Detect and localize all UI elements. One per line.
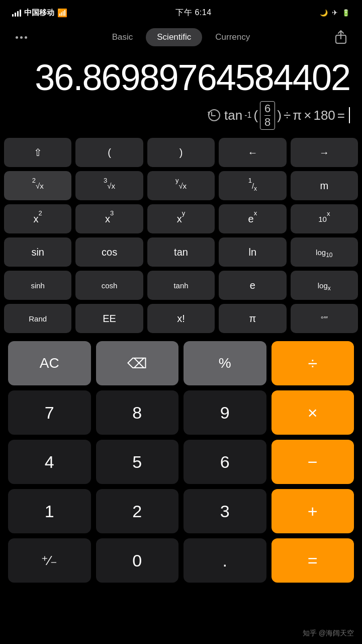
shift-key[interactable]: ⇧	[4, 138, 71, 167]
log10-key[interactable]: log10	[291, 237, 358, 267]
xy-label: xy	[177, 213, 186, 225]
ln-key[interactable]: ln	[219, 237, 286, 267]
history-icon	[207, 108, 221, 122]
cos-label: cos	[102, 247, 117, 258]
main-number: 36.86989764584402	[35, 58, 350, 98]
1-key[interactable]: 1	[8, 489, 91, 533]
display-area: 36.86989764584402 tan-1 ( 6 8 ) ÷ π × 18…	[0, 54, 362, 135]
sqrt2-label: 2√x	[32, 182, 44, 190]
expression-display: tan-1 ( 6 8 ) ÷ π × 180 =	[224, 101, 350, 130]
tanh-label: tanh	[173, 281, 188, 290]
wifi-icon: 📶	[57, 8, 67, 18]
sinh-key[interactable]: sinh	[4, 271, 71, 300]
minus-key[interactable]: −	[272, 440, 354, 484]
sqrt3-key[interactable]: 3√x	[75, 171, 143, 200]
rand-key[interactable]: Rand	[4, 304, 71, 333]
10x-key[interactable]: 10x	[291, 204, 358, 233]
0-key[interactable]: 0	[96, 538, 179, 583]
x3-label: x3	[105, 213, 114, 225]
sqrty-label: y√x	[175, 182, 187, 190]
multiply-op: ×	[304, 108, 311, 123]
tab-scientific[interactable]: Scientific	[146, 28, 202, 46]
right-arrow-key[interactable]: →	[291, 138, 358, 167]
tan-label: tan	[224, 108, 242, 123]
9-key[interactable]: 9	[184, 390, 266, 435]
history-button[interactable]	[207, 108, 221, 122]
sqrt2-key[interactable]: 2√x	[4, 171, 71, 200]
5-key[interactable]: 5	[96, 440, 179, 484]
sqrty-key[interactable]: y√x	[147, 171, 215, 200]
numpad: AC ⌫ % ÷ 7 8 9 × 4 5 6	[4, 337, 358, 587]
mem-label: m	[320, 180, 328, 192]
degrees-key[interactable]: °′″	[291, 304, 358, 333]
number-180: 180	[313, 108, 335, 123]
pi-label: π	[249, 313, 256, 325]
7-label: 7	[45, 403, 54, 423]
3-key[interactable]: 3	[184, 489, 266, 533]
log10-label: log10	[316, 248, 332, 257]
expression-row: tan-1 ( 6 8 ) ÷ π × 180 =	[207, 101, 350, 130]
plus-label: +	[308, 502, 318, 521]
xy-key[interactable]: xy	[147, 204, 215, 233]
sin-label: sin	[31, 247, 44, 258]
sinh-label: sinh	[31, 281, 45, 290]
e-key[interactable]: e	[219, 271, 286, 300]
factorial-key[interactable]: x!	[147, 304, 215, 333]
rand-label: Rand	[29, 314, 47, 323]
divide-key[interactable]: ÷	[272, 341, 354, 385]
cosh-label: cosh	[102, 281, 118, 290]
backspace-key[interactable]: ⌫	[96, 341, 179, 385]
watermark: 知乎 @海阔天空	[303, 629, 354, 638]
tan-key[interactable]: tan	[147, 237, 215, 267]
cos-key[interactable]: cos	[75, 237, 143, 267]
tab-currency[interactable]: Currency	[204, 28, 261, 46]
ac-key[interactable]: AC	[8, 341, 91, 385]
sin-key[interactable]: sin	[4, 237, 71, 267]
2-key[interactable]: 2	[96, 489, 179, 533]
equals-key[interactable]: =	[272, 538, 354, 583]
ee-key[interactable]: EE	[75, 304, 143, 333]
3-label: 3	[220, 502, 230, 521]
lparen-label: (	[108, 147, 111, 158]
multiply-key[interactable]: ×	[272, 390, 354, 435]
share-button[interactable]	[330, 26, 352, 48]
three-dots-icon	[16, 36, 27, 39]
ex-key[interactable]: ex	[219, 204, 286, 233]
reciprocal-key[interactable]: 1/x	[219, 171, 286, 200]
negate-key[interactable]: ⁺∕₋	[8, 538, 91, 583]
7-key[interactable]: 7	[8, 390, 91, 435]
cursor	[349, 107, 350, 123]
sci-row-2: 2√x 3√x y√x 1/x m	[4, 171, 358, 200]
paren-open: (	[253, 108, 258, 123]
rparen-key[interactable]: )	[147, 138, 215, 167]
pi-key[interactable]: π	[219, 304, 286, 333]
reciprocal-label: 1/x	[248, 182, 257, 190]
mode-tabs: Basic Scientific Currency	[32, 28, 330, 46]
tab-basic[interactable]: Basic	[101, 28, 144, 46]
sci-row-6: Rand EE x! π °′″	[4, 304, 358, 333]
divide-op: ÷	[284, 108, 291, 123]
plus-key[interactable]: +	[272, 489, 354, 533]
8-key[interactable]: 8	[96, 390, 179, 435]
menu-button[interactable]	[10, 26, 32, 48]
x2-key[interactable]: x2	[4, 204, 71, 233]
x3-key[interactable]: x3	[75, 204, 143, 233]
decimal-key[interactable]: .	[184, 538, 266, 583]
ex-label: ex	[248, 213, 257, 225]
fraction-numerator: 6	[264, 103, 270, 116]
left-arrow-key[interactable]: ←	[219, 138, 286, 167]
4-key[interactable]: 4	[8, 440, 91, 484]
lparen-key[interactable]: (	[75, 138, 143, 167]
percent-key[interactable]: %	[184, 341, 266, 385]
cosh-key[interactable]: cosh	[75, 271, 143, 300]
4-label: 4	[45, 452, 54, 472]
mem-key[interactable]: m	[291, 171, 358, 200]
tanh-key[interactable]: tanh	[147, 271, 215, 300]
6-key[interactable]: 6	[184, 440, 266, 484]
backspace-icon: ⌫	[127, 355, 147, 372]
fraction: 6 8	[260, 101, 275, 130]
tan-label: tan	[174, 247, 188, 258]
logx-key[interactable]: logx	[291, 271, 358, 300]
2-label: 2	[132, 502, 142, 521]
e-label: e	[250, 280, 255, 291]
